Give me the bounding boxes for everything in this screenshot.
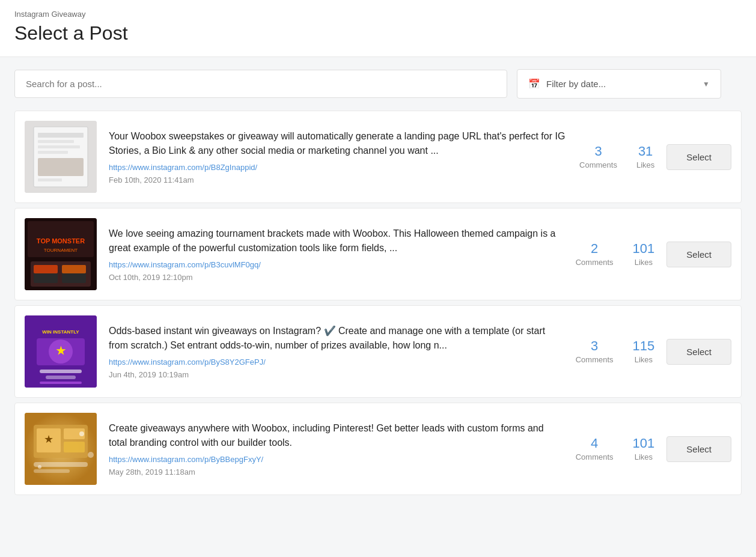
post-link[interactable]: https://www.instagram.com/p/B3cuvlMF0gq/ [109, 260, 564, 269]
likes-stat: 101 Likes [633, 437, 655, 461]
post-content: Create giveaways anywhere with Woobox, i… [109, 421, 564, 477]
post-stats: 4 Comments 101 Likes [576, 437, 655, 461]
post-stats: 3 Comments 31 Likes [579, 145, 654, 169]
comments-count: 4 [576, 437, 614, 450]
post-thumbnail: ★ [25, 413, 97, 485]
filter-wrapper: 📅 Filter by date... ▼ [517, 69, 721, 99]
filter-text: Filter by date... [546, 79, 606, 89]
post-title: Your Woobox sweepstakes or giveaway will… [109, 129, 567, 158]
likes-count: 115 [633, 339, 655, 353]
comments-label: Comments [579, 160, 617, 169]
page-title: Select a Post [14, 22, 742, 44]
post-content: Your Woobox sweepstakes or giveaway will… [109, 129, 567, 185]
post-link[interactable]: https://www.instagram.com/p/ByBBepgFxyY/ [109, 455, 564, 464]
comments-stat: 2 Comments [576, 242, 614, 267]
likes-label: Likes [633, 258, 655, 267]
post-title: Create giveaways anywhere with Woobox, i… [109, 421, 564, 450]
svg-rect-7 [38, 178, 62, 181]
svg-text:TOP MONSTER: TOP MONSTER [37, 237, 85, 245]
filter-label: 📅 Filter by date... [528, 78, 606, 90]
breadcrumb: Instagram Giveaway [14, 10, 742, 19]
post-link[interactable]: https://www.instagram.com/p/ByS8Y2GFePJ/ [109, 358, 564, 367]
svg-rect-16 [62, 265, 86, 273]
svg-rect-23 [46, 376, 76, 379]
likes-label: Likes [633, 355, 655, 364]
post-title: Odds-based instant win giveaways on Inst… [109, 324, 564, 353]
comments-count: 3 [576, 339, 614, 353]
likes-count: 101 [633, 242, 655, 255]
post-content: Odds-based instant win giveaways on Inst… [109, 324, 564, 380]
svg-rect-32 [34, 462, 88, 467]
svg-rect-30 [64, 442, 85, 452]
svg-point-35 [38, 465, 41, 469]
svg-rect-24 [40, 382, 82, 384]
svg-text:TOURNAMENT: TOURNAMENT [44, 248, 78, 253]
page-header: Instagram Giveaway Select a Post [0, 0, 756, 57]
comments-count: 2 [576, 242, 614, 255]
comments-label: Comments [576, 355, 614, 364]
select-button[interactable]: Select [666, 242, 731, 267]
likes-label: Likes [636, 160, 654, 169]
select-button[interactable]: Select [666, 436, 731, 462]
svg-point-36 [88, 452, 94, 458]
svg-text:WIN INSTANTLY: WIN INSTANTLY [42, 329, 79, 335]
likes-label: Likes [633, 452, 655, 461]
comments-label: Comments [576, 452, 614, 461]
svg-text:★: ★ [56, 345, 66, 357]
post-card: Your Woobox sweepstakes or giveaway will… [14, 111, 742, 203]
post-title: We love seeing amazing tournament bracke… [109, 227, 564, 255]
post-date: May 28th, 2019 11:18am [109, 467, 195, 476]
post-card: WIN INSTANTLY ★ Odds-based instant win g… [14, 305, 742, 398]
toolbar: 📅 Filter by date... ▼ [0, 57, 756, 111]
svg-point-34 [79, 431, 84, 436]
post-card: TOP MONSTER TOURNAMENT We love seeing am… [14, 208, 742, 300]
svg-rect-4 [38, 145, 80, 148]
post-content: We love seeing amazing tournament bracke… [109, 227, 564, 282]
svg-rect-5 [38, 151, 68, 154]
post-thumbnail: TOP MONSTER TOURNAMENT [25, 218, 97, 290]
select-button[interactable]: Select [666, 339, 731, 365]
likes-stat: 101 Likes [633, 242, 655, 267]
likes-stat: 31 Likes [636, 145, 654, 169]
comments-stat: 3 Comments [576, 339, 614, 364]
post-thumbnail: WIN INSTANTLY ★ [25, 315, 97, 388]
calendar-icon: 📅 [528, 78, 540, 90]
svg-rect-6 [38, 158, 84, 176]
post-stats: 3 Comments 115 Likes [576, 339, 655, 364]
posts-container: Your Woobox sweepstakes or giveaway will… [0, 111, 756, 514]
search-input[interactable] [14, 70, 507, 98]
comments-stat: 4 Comments [576, 437, 614, 461]
chevron-down-icon: ▼ [703, 80, 710, 88]
post-date: Oct 10th, 2019 12:10pm [109, 273, 192, 282]
search-wrapper [14, 70, 507, 98]
post-stats: 2 Comments 101 Likes [576, 242, 655, 267]
comments-label: Comments [576, 258, 614, 267]
post-thumbnail [25, 121, 97, 193]
likes-count: 31 [636, 145, 654, 158]
post-date: Jun 4th, 2019 10:19am [109, 370, 189, 379]
filter-date-dropdown[interactable]: 📅 Filter by date... ▼ [517, 69, 721, 99]
svg-rect-33 [34, 469, 70, 473]
post-card: ★ Create giveaways anywhere with Woobox,… [14, 403, 742, 495]
likes-stat: 115 Likes [633, 339, 655, 364]
post-link[interactable]: https://www.instagram.com/p/B8ZgInappid/ [109, 163, 567, 172]
post-date: Feb 10th, 2020 11:41am [109, 175, 194, 184]
svg-rect-2 [38, 133, 84, 138]
comments-count: 3 [579, 145, 617, 158]
svg-rect-22 [40, 370, 82, 373]
comments-stat: 3 Comments [579, 145, 617, 169]
select-button[interactable]: Select [666, 144, 731, 170]
svg-rect-15 [34, 265, 58, 273]
svg-rect-3 [38, 140, 74, 143]
svg-text:★: ★ [44, 433, 53, 445]
likes-count: 101 [633, 437, 655, 450]
